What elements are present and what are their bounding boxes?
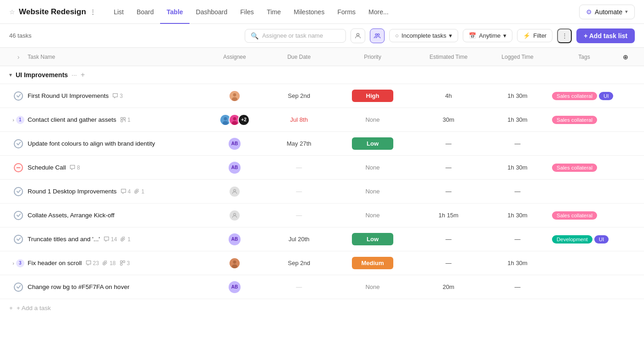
- subtask-icon[interactable]: 3: [120, 260, 130, 266]
- collapse-icon[interactable]: ›: [9, 53, 28, 61]
- check-blocked-icon[interactable]: [14, 163, 23, 172]
- check-done-icon[interactable]: [14, 187, 23, 196]
- task-status-check[interactable]: [9, 91, 28, 101]
- section-more-icon[interactable]: ···: [72, 71, 77, 79]
- attachment-icon[interactable]: 18: [103, 260, 115, 266]
- filter-button[interactable]: ⚡ Filter: [517, 29, 552, 42]
- check-done-icon[interactable]: [14, 91, 23, 101]
- est-time-cell: —: [414, 164, 483, 171]
- svg-rect-6: [121, 118, 123, 119]
- logged-time-cell: 1h 30m: [483, 92, 552, 99]
- comment-icon[interactable]: 8: [69, 164, 80, 171]
- assignee-cell: AB: [202, 281, 267, 293]
- comment-icon[interactable]: 14: [104, 236, 117, 243]
- task-status-check[interactable]: [9, 163, 28, 172]
- filter-label: Filter: [533, 32, 546, 39]
- check-done-icon[interactable]: [14, 283, 23, 292]
- task-label[interactable]: Collate Assets, Arrange Kick-off: [28, 212, 115, 219]
- group-assignee-button[interactable]: [370, 28, 385, 43]
- tab-board[interactable]: Board: [130, 1, 160, 24]
- svg-point-2: [378, 34, 380, 35]
- priority-cell: None: [331, 283, 414, 290]
- task-status-check[interactable]: [9, 235, 28, 244]
- tab-more[interactable]: More...: [362, 1, 395, 24]
- automate-button[interactable]: ⚙ Automate ▾: [579, 5, 635, 19]
- task-status-check[interactable]: [9, 211, 28, 220]
- task-label[interactable]: Schedule Call: [28, 164, 66, 171]
- task-status-check[interactable]: [9, 187, 28, 196]
- task-label[interactable]: Truncate titles and and '...': [28, 236, 100, 243]
- search-input[interactable]: Assignee or task name: [262, 32, 323, 39]
- incomplete-tasks-label: Incomplete tasks: [402, 32, 447, 39]
- tab-time[interactable]: Time: [260, 1, 288, 24]
- task-name-cell: First Round UI Improvements 3: [28, 92, 202, 99]
- task-label[interactable]: Update font colours to align with brand …: [28, 140, 155, 147]
- logged-time-cell: 1h 30m: [483, 116, 552, 123]
- add-column-button[interactable]: ⊕: [616, 53, 635, 61]
- tag-sales-collateral[interactable]: Sales collateral: [552, 116, 597, 124]
- table-row: › 3 Fix header on scroll 23 18 3 S: [0, 251, 644, 275]
- more-options-button[interactable]: ⋮: [557, 28, 572, 43]
- svg-point-4: [233, 93, 236, 96]
- comment-icon[interactable]: 3: [112, 93, 123, 99]
- assignee-filter-button[interactable]: [351, 28, 365, 43]
- task-name-cell: Fix header on scroll 23 18 3: [28, 260, 202, 266]
- tag-sales-collateral[interactable]: Sales collateral: [552, 164, 597, 172]
- add-task-label[interactable]: + Add a task: [17, 305, 51, 311]
- task-expand-check[interactable]: › 3: [9, 259, 28, 267]
- task-label[interactable]: First Round UI Improvements: [28, 92, 109, 99]
- tab-milestones[interactable]: Milestones: [287, 1, 331, 24]
- priority-cell: Medium: [331, 257, 414, 269]
- priority-cell: Low: [331, 137, 414, 150]
- task-label[interactable]: Change row bg to #F5F7FA on hover: [28, 283, 129, 290]
- col-due-date: Due Date: [267, 54, 331, 60]
- attachment-icon[interactable]: 1: [134, 188, 144, 195]
- automate-chevron-icon: ▾: [625, 9, 628, 15]
- task-name-cell: Schedule Call 8: [28, 164, 202, 171]
- svg-point-23: [232, 264, 237, 268]
- comment-icon[interactable]: 23: [86, 260, 99, 266]
- svg-rect-7: [123, 118, 125, 119]
- more-options-icon[interactable]: ⋮: [90, 8, 96, 16]
- attachment-icon[interactable]: 1: [121, 236, 131, 243]
- check-done-icon[interactable]: [14, 235, 23, 244]
- add-task-row[interactable]: + + Add a task: [0, 299, 644, 317]
- task-expand-check[interactable]: › 1: [9, 116, 28, 124]
- check-done-icon[interactable]: [14, 139, 23, 148]
- svg-point-16: [234, 189, 236, 192]
- tab-table[interactable]: Table: [160, 1, 190, 24]
- star-icon[interactable]: ☆: [9, 8, 15, 16]
- task-label[interactable]: Fix header on scroll: [28, 260, 82, 266]
- section-add-icon[interactable]: +: [80, 71, 85, 79]
- add-task-list-button[interactable]: + Add task list: [576, 28, 635, 43]
- section-chevron-icon[interactable]: ▾: [9, 72, 12, 78]
- task-status-check[interactable]: [9, 139, 28, 148]
- tab-files[interactable]: Files: [234, 1, 260, 24]
- tag-development[interactable]: Development: [552, 235, 592, 243]
- incomplete-tasks-dropdown[interactable]: ○ Incomplete tasks ▾: [389, 29, 458, 42]
- due-date-cell: Sep 2nd: [267, 260, 331, 266]
- tag-sales-collateral[interactable]: Sales collateral: [552, 92, 597, 100]
- kebab-icon: ⋮: [562, 32, 568, 39]
- automate-icon: ⚙: [586, 8, 592, 16]
- tab-forms[interactable]: Forms: [331, 1, 362, 24]
- task-label[interactable]: Round 1 Desktop Improvements: [28, 188, 117, 195]
- tab-list[interactable]: List: [107, 1, 130, 24]
- top-header: ☆ Website Redesign ⋮ List Board Table Da…: [0, 0, 644, 24]
- subtask-icon[interactable]: 1: [120, 117, 131, 123]
- priority-badge-high: High: [352, 90, 393, 102]
- task-label[interactable]: Contact client and gather assets: [28, 116, 116, 123]
- tags-cell: Sales collateral: [552, 116, 616, 124]
- avatar-count: +2: [238, 114, 250, 126]
- comment-icon[interactable]: 4: [121, 188, 131, 195]
- priority-cell: Low: [331, 233, 414, 245]
- tag-ui[interactable]: UI: [594, 235, 609, 243]
- check-done-icon[interactable]: [14, 211, 23, 220]
- search-box[interactable]: 🔍 Assignee or task name: [245, 29, 346, 43]
- tag-ui[interactable]: UI: [599, 92, 614, 100]
- task-status-check[interactable]: [9, 283, 28, 292]
- section-header[interactable]: ▾ UI Improvements ··· +: [0, 66, 644, 84]
- tag-sales-collateral[interactable]: Sales collateral: [552, 211, 597, 220]
- tab-dashboard[interactable]: Dashboard: [190, 1, 234, 24]
- anytime-dropdown[interactable]: 📅 Anytime ▾: [463, 29, 512, 42]
